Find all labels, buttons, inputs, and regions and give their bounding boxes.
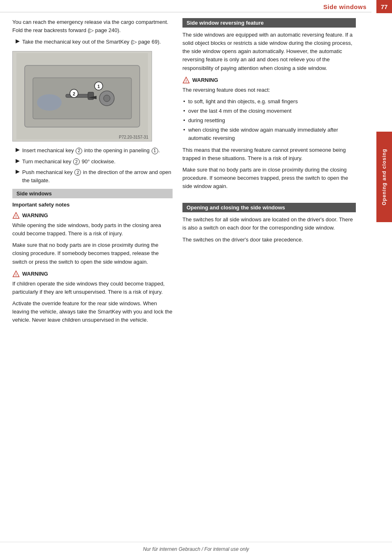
svg-text:2: 2 [73,91,75,96]
arrow-icon-4: ▶ [16,168,20,174]
svg-point-4 [104,95,110,102]
reversing-feature-header: Side window reversing feature [182,18,356,28]
bullet-soft: to soft, light and thin objects, e.g. sm… [182,97,356,106]
page-number: 77 [376,0,392,13]
circle-2a: 2 [76,148,82,154]
intro-text: You can reach the emergency release via … [12,18,173,35]
bullet-4mm: over the last 4 mm of the closing moveme… [182,107,356,115]
warning-1-title: ! WARNING [12,212,173,219]
warning-reversing: ! WARNING The reversing feature does not… [182,77,356,191]
opening-closing-header: Opening and closing the side windows [182,203,356,212]
arrow-icon-3: ▶ [16,158,20,164]
opening-closing-text2: The switches on the driver's door take p… [182,236,356,244]
warning-2-text2: Activate the override feature for the re… [12,299,173,324]
reversing-feature-text1: The side windows are equipped with an au… [182,31,356,72]
page-title: Side windows [323,3,367,10]
right-column: Side window reversing feature The side w… [182,18,356,328]
svg-text:1: 1 [97,84,100,89]
warning-2-text1: If children operate the side windows the… [12,280,173,296]
warning-reversing-title: ! WARNING [182,77,356,84]
svg-point-12 [37,94,62,111]
bullet-manual: when closing the side window again manua… [182,126,356,142]
warning-block-1: ! WARNING While opening the side windows… [12,212,173,266]
image-caption: P72.20-3157-31 [119,135,148,139]
warning-reversing-intro: The reversing feature does not react: [182,86,356,94]
svg-text:!: ! [16,214,17,218]
bullet-3: ▶ Turn mechanical key 2 90° clockwise. [12,158,173,166]
warning-reversing-text3: Make sure that no body parts are in clos… [182,166,356,190]
warning-reversing-text2: This means that the reversing feature ca… [182,146,356,162]
warning-reversing-bullets: to soft, light and thin objects, e.g. sm… [182,97,356,143]
circle-2c: 2 [74,169,81,176]
important-safety-notes-header: Important safety notes [12,202,173,208]
bullet-4-text: Push mechanical key 2 in the direction o… [22,168,173,185]
left-column: You can reach the emergency release via … [12,18,173,328]
arrow-icon-1: ▶ [16,38,20,44]
bullet-4: ▶ Push mechanical key 2 in the direction… [12,168,173,185]
opening-closing-text1: The switches for all side windows are lo… [182,216,356,232]
footer-text: Nur für internen Gebrauch / For internal… [0,542,392,557]
bullet-2-text: Insert mechanical key 2 into the opening… [22,146,160,155]
bullet-3-text: Turn mechanical key 2 90° clockwise. [22,158,115,166]
side-tab-label: Opening and closing [376,132,392,222]
svg-rect-6 [88,92,94,100]
bullet-2: ▶ Insert mechanical key 2 into the openi… [12,146,173,155]
bullet-1-text: Take the mechanical key out of the Smart… [22,38,161,46]
bullet-resetting: during resetting [182,116,356,125]
warning-icon-reversing: ! [182,77,190,84]
bullet-1: ▶ Take the mechanical key out of the Sma… [12,38,173,46]
svg-text:!: ! [16,272,17,276]
warning-icon-2: ! [12,270,20,278]
warning-block-2: ! WARNING If children operate the side w… [12,270,173,325]
svg-text:!: ! [186,79,187,83]
warning-1-text1: While opening the side windows, body par… [12,221,173,238]
section-side-windows-header: Side windows [12,189,173,198]
circle-2b: 2 [73,158,80,165]
circle-1a: 1 [152,148,158,154]
warning-icon-1: ! [12,212,20,219]
warning-2-title: ! WARNING [12,270,173,278]
warning-1-text2: Make sure that no body parts are in clos… [12,241,173,266]
mechanical-key-image: 1 2 P72.20-3157-31 [12,51,152,142]
arrow-icon-2: ▶ [16,146,20,153]
